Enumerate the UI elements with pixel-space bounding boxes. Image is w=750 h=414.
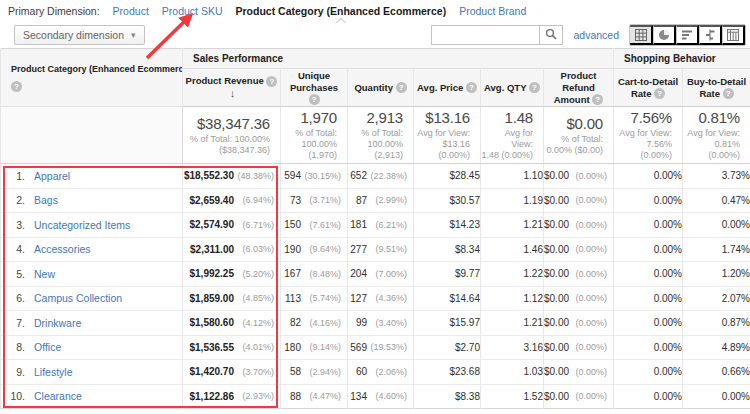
primary-dimension-bar: Primary Dimension: Product Product SKU P…	[0, 0, 750, 22]
unique-purchases-cell: 594(30.15%)	[281, 164, 348, 189]
category-cell: 9.Lifestyle	[1, 360, 183, 385]
help-icon[interactable]: ?	[529, 82, 540, 93]
table-row: 2.Bags $2,659.40(6.94%) 73(3.71%) 87(2.9…	[1, 188, 750, 213]
data-grid-icon	[635, 29, 647, 41]
category-cell: 1.Apparel	[1, 164, 183, 189]
avg-qty-cell: 1.52	[481, 384, 544, 409]
total-avg-price: $13.16Avg for View: $13.16 (0.00%)	[414, 107, 481, 164]
column-header-avg-qty[interactable]: Avg. QTY ?	[481, 69, 544, 107]
category-link[interactable]: Drinkware	[34, 317, 81, 329]
column-header-product-revenue[interactable]: Product Revenue ? ↓	[183, 69, 281, 107]
product-revenue-cell: $1,536.55(4.01%)	[183, 335, 281, 360]
tab-product-category[interactable]: Product Category (Enhanced Ecommerce)	[236, 5, 447, 17]
category-link[interactable]: Office	[34, 341, 61, 353]
dimension-column-header[interactable]: Product Category (Enhanced Ecommerce) ?	[1, 49, 183, 107]
column-header-product-refund-amount[interactable]: Product RefundAmount ?	[544, 69, 614, 107]
performance-view-button[interactable]	[676, 25, 699, 45]
product-revenue-cell: $1,122.86(2.93%)	[183, 384, 281, 409]
search-button[interactable]	[539, 25, 563, 45]
buy-to-detail-cell: 0.00%	[683, 384, 750, 409]
table-row: 1.Apparel $18,552.30(48.38%) 594(30.15%)…	[1, 164, 750, 189]
pie-chart-icon	[658, 29, 670, 41]
cart-to-detail-cell: 0.00%	[614, 213, 683, 238]
quantity-cell: 204(7.00%)	[348, 262, 414, 287]
percentage-view-button[interactable]	[653, 25, 676, 45]
comparison-view-button[interactable]	[699, 25, 722, 45]
category-cell: 10.Clearance	[1, 384, 183, 409]
buy-to-detail-cell: 0.47%	[683, 188, 750, 213]
advanced-search-link[interactable]: advanced	[573, 29, 619, 41]
product-revenue-cell: $18,552.30(48.38%)	[183, 164, 281, 189]
refund-cell: $0.00(0.00%)	[544, 335, 614, 360]
tab-product-sku[interactable]: Product SKU	[162, 5, 223, 17]
total-quantity: 2,913% of Total: 100.00% (2,913)	[348, 107, 414, 164]
category-link[interactable]: Lifestyle	[34, 366, 73, 378]
refund-cell: $0.00(0.00%)	[544, 213, 614, 238]
row-rank: 4.	[1, 243, 25, 255]
category-cell: 7.Drinkware	[1, 311, 183, 336]
avg-qty-cell: 1.46	[481, 237, 544, 262]
refund-cell: $0.00(0.00%)	[544, 237, 614, 262]
avg-price-cell: $30.57	[414, 188, 481, 213]
category-link[interactable]: Clearance	[34, 390, 82, 402]
column-header-quantity[interactable]: Quantity ?	[348, 69, 414, 107]
row-rank: 9.	[1, 366, 25, 378]
chevron-down-icon: ▾	[131, 30, 136, 40]
column-header-buy-to-detail-rate[interactable]: Buy-to-DetailRate ?	[683, 69, 750, 107]
help-icon[interactable]: ?	[592, 94, 603, 105]
help-icon[interactable]: ?	[396, 82, 407, 93]
total-product-revenue: $38,347.36% of Total: 100.00% ($38,347.3…	[183, 107, 281, 164]
tab-product[interactable]: Product	[113, 5, 149, 17]
cart-to-detail-cell: 0.00%	[614, 164, 683, 189]
table-row: 5.New $1,992.25(5.20%) 167(8.48%) 204(7.…	[1, 262, 750, 287]
help-icon[interactable]: ?	[309, 94, 320, 105]
column-header-avg-price[interactable]: Avg. Price ?	[414, 69, 481, 107]
tab-product-brand[interactable]: Product Brand	[459, 5, 526, 17]
unique-purchases-cell: 88(4.47%)	[281, 384, 348, 409]
category-link[interactable]: Campus Collection	[34, 292, 122, 304]
category-cell: 8.Office	[1, 335, 183, 360]
refund-cell: $0.00(0.00%)	[544, 188, 614, 213]
category-link[interactable]: New	[34, 268, 55, 280]
product-revenue-cell: $1,420.70(3.70%)	[183, 360, 281, 385]
avg-qty-cell: 1.21	[481, 213, 544, 238]
category-link[interactable]: Apparel	[34, 170, 70, 182]
total-unique-purchases: 1,970% of Total: 100.00% (1,970)	[281, 107, 348, 164]
buy-to-detail-cell: 0.87%	[683, 311, 750, 336]
help-icon[interactable]: ?	[466, 82, 477, 93]
table-row: 7.Drinkware $1,580.60(4.12%) 82(4.16%) 9…	[1, 311, 750, 336]
help-icon[interactable]: ?	[723, 88, 734, 99]
report-toolbar: Secondary dimension ▾ advanced	[0, 22, 750, 48]
column-header-unique-purchases[interactable]: UniquePurchases?	[281, 69, 348, 107]
category-link[interactable]: Uncategorized Items	[34, 219, 130, 231]
unique-purchases-cell: 73(3.71%)	[281, 188, 348, 213]
avg-qty-cell: 1.03	[481, 360, 544, 385]
row-rank: 7.	[1, 317, 25, 329]
group-header-sales-performance: Sales Performance	[183, 49, 614, 69]
column-header-cart-to-detail-rate[interactable]: Cart-to-DetailRate ?	[614, 69, 683, 107]
unique-purchases-cell: 190(9.64%)	[281, 237, 348, 262]
table-view-button[interactable]	[630, 25, 653, 45]
secondary-dimension-button[interactable]: Secondary dimension ▾	[14, 25, 145, 45]
avg-price-cell: $15.97	[414, 311, 481, 336]
buy-to-detail-cell: 0.00%	[683, 213, 750, 238]
category-link[interactable]: Bags	[34, 194, 58, 206]
quantity-cell: 87(2.99%)	[348, 188, 414, 213]
sort-desc-icon[interactable]: ↓	[230, 87, 236, 99]
row-rank: 2.	[1, 194, 25, 206]
avg-price-cell: $2.70	[414, 335, 481, 360]
avg-qty-cell: 1.12	[481, 286, 544, 311]
table-row: 8.Office $1,536.55(4.01%) 180(9.14%) 569…	[1, 335, 750, 360]
avg-qty-cell: 1.19	[481, 188, 544, 213]
category-link[interactable]: Accessories	[34, 243, 91, 255]
help-icon[interactable]: ?	[266, 76, 277, 87]
product-revenue-cell: $2,659.40(6.94%)	[183, 188, 281, 213]
search-input[interactable]	[431, 25, 539, 45]
group-header-shopping-behavior: Shopping Behavior	[614, 49, 750, 69]
avg-price-cell: $28.45	[414, 164, 481, 189]
quantity-cell: 99(3.40%)	[348, 311, 414, 336]
help-icon[interactable]: ?	[11, 81, 22, 92]
row-rank: 5.	[1, 268, 25, 280]
pivot-view-button[interactable]	[722, 25, 745, 45]
help-icon[interactable]: ?	[654, 88, 665, 99]
